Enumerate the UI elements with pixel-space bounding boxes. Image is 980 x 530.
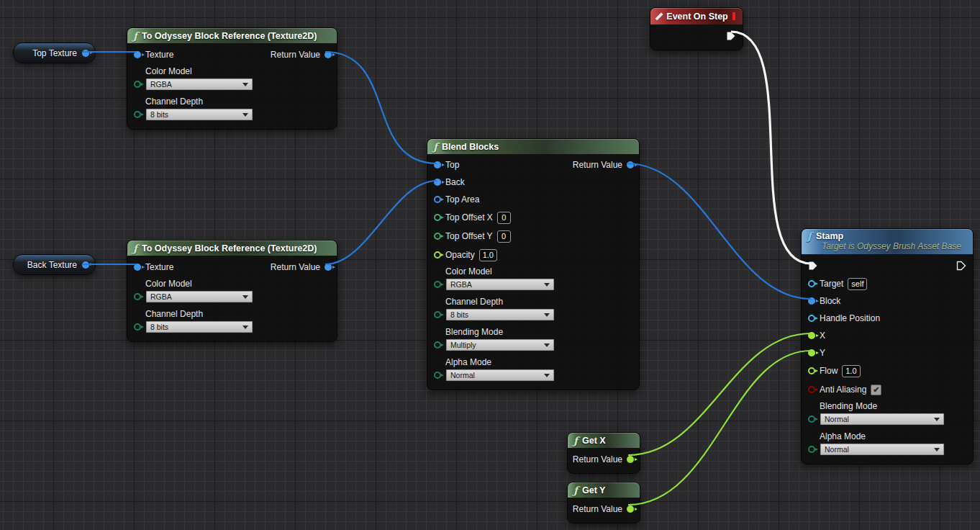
block-input-pin[interactable] [808, 297, 815, 305]
color-model-dropdown[interactable]: RGBA [145, 290, 253, 303]
texture-input-pin[interactable] [134, 51, 141, 58]
dropdown-caret-icon [934, 418, 940, 421]
channel-depth-dropdown[interactable]: 8 bits [145, 108, 253, 121]
return-value-output-pin[interactable] [627, 161, 634, 169]
node-header[interactable]: ƒ Get X [568, 433, 640, 448]
back-texture-output-pin[interactable] [82, 261, 89, 269]
wire-exec-event-to-stamp [731, 32, 811, 264]
top-texture-variable-node[interactable]: Top Texture [13, 42, 96, 63]
texture-input-pin[interactable] [134, 264, 141, 271]
alpha-mode-dropdown[interactable]: Normal [445, 369, 555, 382]
top-offset-x-input-pin[interactable] [434, 214, 441, 221]
top-offset-y-value-field[interactable]: 0 [497, 230, 511, 243]
blending-mode-input-pin[interactable] [808, 416, 815, 423]
target-input-pin[interactable] [808, 280, 815, 287]
dropdown-caret-icon [934, 448, 940, 452]
top-offset-x-value-field[interactable]: 0 [497, 212, 511, 224]
flow-input-pin[interactable] [808, 367, 815, 374]
function-icon: ƒ [133, 243, 137, 253]
anti-aliasing-checkbox[interactable]: ✔ [871, 385, 881, 395]
to-odyssey-block-reference-back-node[interactable]: ƒ To Odyssey Block Reference (Texture2D)… [127, 240, 337, 342]
blending-mode-input-pin[interactable] [434, 341, 441, 349]
alpha-mode-input-pin[interactable] [434, 372, 441, 379]
blending-mode-dropdown[interactable]: Normal [820, 413, 945, 426]
alpha-mode-input-pin[interactable] [808, 446, 815, 453]
to-odyssey-block-reference-top-node[interactable]: ƒ To Odyssey Block Reference (Texture2D)… [127, 27, 337, 130]
node-header[interactable]: ƒ Get Y [568, 482, 640, 498]
dropdown-value: Multiply [450, 341, 476, 349]
node-header[interactable]: ƒ Stamp Target is Odyssey Brush Asset Ba… [802, 229, 973, 254]
blending-mode-dropdown[interactable]: Multiply [445, 338, 555, 351]
top-area-input-pin[interactable] [434, 196, 441, 203]
pin-label: Alpha Mode [445, 357, 555, 367]
node-title: Get Y [582, 485, 605, 495]
blueprint-graph-canvas[interactable]: Top Texture Back Texture ƒ To Odyssey Bl… [0, 0, 980, 530]
channel-depth-dropdown[interactable]: 8 bits [145, 320, 253, 333]
color-model-dropdown[interactable]: RGBA [145, 78, 253, 91]
delegate-output-pin[interactable] [732, 12, 735, 20]
handle-position-input-pin[interactable] [808, 315, 815, 322]
return-value-output-pin[interactable] [627, 506, 634, 513]
dropdown-caret-icon [242, 295, 248, 299]
top-offset-y-input-pin[interactable] [434, 233, 441, 240]
x-input-pin[interactable] [808, 332, 815, 339]
function-icon: ƒ [573, 436, 578, 446]
node-title: Blend Blocks [442, 142, 499, 152]
pin-label: Opacity [445, 250, 475, 260]
pin-label: Return Value [271, 262, 320, 272]
anti-aliasing-input-pin[interactable] [808, 386, 815, 393]
pin-label: Block [820, 296, 840, 306]
exec-input-pin[interactable] [808, 261, 818, 271]
dropdown-value: Normal [825, 415, 849, 423]
channel-depth-dropdown[interactable]: 8 bits [445, 308, 555, 321]
blend-blocks-node[interactable]: ƒ Blend Blocks Top Return Value Back [427, 138, 640, 390]
stamp-node[interactable]: ƒ Stamp Target is Odyssey Brush Asset Ba… [801, 228, 974, 464]
variable-label: Top Texture [32, 48, 77, 58]
return-value-output-pin[interactable] [325, 264, 332, 271]
back-texture-variable-node[interactable]: Back Texture [13, 254, 96, 275]
back-input-pin[interactable] [434, 179, 441, 186]
pin-label: Anti Aliasing [820, 385, 866, 395]
dropdown-value: Normal [825, 445, 849, 454]
color-model-input-pin[interactable] [134, 81, 141, 88]
target-value-field[interactable]: self [848, 278, 867, 290]
node-header[interactable]: ƒ To Odyssey Block Reference (Texture2D) [127, 28, 337, 43]
function-icon: ƒ [133, 31, 137, 41]
channel-depth-input-pin[interactable] [434, 311, 441, 318]
node-header[interactable]: ƒ To Odyssey Block Reference (Texture2D) [127, 241, 337, 256]
exec-output-pin[interactable] [726, 31, 736, 41]
dropdown-caret-icon [544, 283, 550, 287]
dropdown-value: 8 bits [450, 310, 468, 319]
channel-depth-input-pin[interactable] [134, 323, 141, 331]
wire-ref2-to-blend-back [325, 181, 437, 264]
pin-label: X [820, 331, 825, 341]
return-value-output-pin[interactable] [325, 51, 332, 58]
dropdown-caret-icon [544, 343, 550, 347]
flow-value-field[interactable]: 1.0 [842, 365, 860, 377]
alpha-mode-dropdown[interactable]: Normal [820, 443, 945, 456]
pin-label: Channel Depth [145, 96, 253, 107]
top-texture-output-pin[interactable] [82, 50, 89, 57]
dropdown-value: RGBA [150, 292, 172, 301]
return-value-output-pin[interactable] [627, 456, 634, 463]
y-input-pin[interactable] [808, 349, 815, 356]
pin-label: Channel Depth [445, 297, 555, 307]
dropdown-value: RGBA [150, 80, 172, 89]
pin-label: Return Value [573, 504, 622, 514]
node-header[interactable]: Event On Step [650, 8, 743, 24]
get-y-node[interactable]: ƒ Get Y Return Value [567, 482, 640, 524]
pin-label: Channel Depth [145, 309, 253, 319]
exec-output-pin[interactable] [956, 261, 966, 271]
node-header[interactable]: ƒ Blend Blocks [427, 139, 639, 154]
function-icon: ƒ [807, 231, 812, 241]
opacity-value-field[interactable]: 1.0 [479, 249, 497, 261]
color-model-input-pin[interactable] [434, 281, 441, 288]
opacity-input-pin[interactable] [434, 251, 441, 259]
channel-depth-input-pin[interactable] [134, 111, 141, 118]
color-model-input-pin[interactable] [134, 293, 141, 300]
event-on-step-node[interactable]: Event On Step [650, 7, 743, 50]
get-x-node[interactable]: ƒ Get X Return Value [567, 432, 640, 474]
color-model-dropdown[interactable]: RGBA [445, 278, 555, 291]
wire-ref1-to-blend-top [325, 52, 437, 163]
top-input-pin[interactable] [434, 161, 441, 169]
